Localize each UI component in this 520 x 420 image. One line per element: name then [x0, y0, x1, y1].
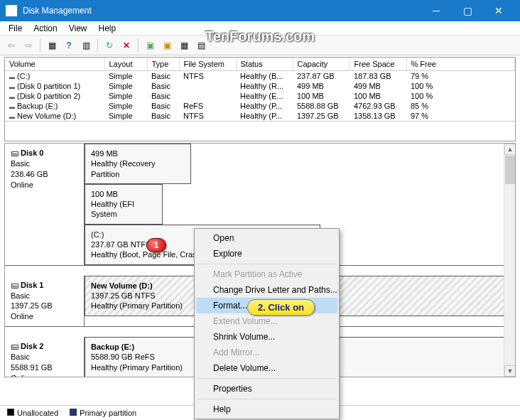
volume-type: Basic [147, 91, 179, 101]
ctx-delete[interactable]: Delete Volume... [196, 360, 337, 376]
volume-name: Backup (E:) [5, 101, 104, 111]
volume-row[interactable]: (Disk 0 partition 1)SimpleBasicHealthy (… [5, 81, 515, 91]
volume-layout: Simple [104, 91, 147, 101]
app-icon [6, 5, 17, 16]
minimize-button[interactable]: ─ [421, 0, 452, 21]
volume-name: (C:) [5, 71, 104, 82]
close-button[interactable]: ✕ [483, 0, 514, 21]
ctx-extend: Extend Volume... [196, 313, 337, 329]
volume-type: Basic [147, 71, 179, 82]
maximize-button[interactable]: ▢ [452, 0, 483, 21]
volume-row[interactable]: New Volume (D:)SimpleBasicNTFSHealthy (P… [5, 111, 515, 121]
ctx-separator [197, 378, 336, 379]
col-status[interactable]: Status [236, 58, 293, 71]
disk-label[interactable]: Disk 1Basic1397.25 GBOnline [5, 276, 85, 326]
col-volume[interactable]: Volume [5, 58, 104, 71]
ctx-separator [197, 399, 336, 399]
context-menu: Open Explore Mark Partition as Active Ch… [194, 228, 340, 419]
volume-status: Healthy (P... [236, 101, 293, 111]
volume-name: (Disk 0 partition 2) [5, 91, 104, 101]
volume-layout: Simple [104, 111, 147, 121]
primary-swatch-icon [70, 409, 77, 416]
ctx-mark-active: Mark Partition as Active [196, 266, 337, 282]
volume-name: New Volume (D:) [5, 111, 104, 121]
volume-pct: 100 % [406, 91, 515, 101]
volume-free: 4762.93 GB [350, 101, 406, 111]
volume-pct: 79 % [406, 71, 515, 82]
menu-bar: File Action View Help [0, 21, 520, 36]
toolbar-separator [40, 39, 40, 52]
volume-capacity: 499 MB [293, 81, 350, 91]
ctx-properties[interactable]: Properties [196, 381, 337, 397]
volume-capacity: 100 MB [293, 91, 350, 101]
volume-row[interactable]: (C:)SimpleBasicNTFSHealthy (B...237.87 G… [5, 71, 515, 82]
volume-type: Basic [147, 101, 179, 111]
ctx-open[interactable]: Open [196, 230, 337, 246]
volume-status: Healthy (B... [236, 71, 293, 82]
forward-icon: ⇨ [21, 38, 36, 53]
refresh-icon[interactable]: ↻ [102, 38, 117, 53]
properties-icon[interactable]: ▤ [194, 38, 208, 53]
volume-fs: NTFS [179, 111, 236, 121]
scroll-thumb[interactable] [505, 156, 515, 184]
col-capacity[interactable]: Capacity [293, 58, 350, 71]
volume-row[interactable]: (Disk 0 partition 2)SimpleBasicHealthy (… [5, 91, 515, 101]
col-type[interactable]: Type [147, 58, 179, 71]
disk-icon [11, 281, 21, 289]
ctx-shrink[interactable]: Shrink Volume... [196, 329, 337, 345]
menu-action[interactable]: Action [28, 22, 63, 35]
volume-type: Basic [147, 81, 179, 91]
vertical-scrollbar[interactable]: ▲ ▼ [504, 144, 515, 377]
annotation-step-1: 1 [146, 238, 166, 252]
volume-capacity: 1397.25 GB [293, 111, 350, 121]
action1-icon[interactable]: ▣ [143, 38, 157, 53]
col-layout[interactable]: Layout [104, 58, 147, 71]
partition-box[interactable]: 499 MBHealthy (Recovery Partition [85, 144, 191, 184]
menu-view[interactable]: View [63, 22, 93, 35]
volume-table[interactable]: Volume Layout Type File System Status Ca… [5, 58, 515, 121]
volume-row[interactable]: Backup (E:)SimpleBasicReFSHealthy (P...5… [5, 101, 515, 111]
menu-help[interactable]: Help [93, 22, 122, 35]
volume-fs: NTFS [179, 71, 236, 82]
menu-file[interactable]: File [3, 22, 28, 35]
scroll-up-icon[interactable]: ▲ [504, 144, 516, 155]
col-free[interactable]: Free Space [350, 58, 406, 71]
console-icon[interactable]: ▥ [79, 38, 93, 53]
volume-fs [179, 91, 236, 101]
col-pct[interactable]: % Free [406, 58, 515, 71]
disk-icon [11, 149, 21, 157]
ctx-explore[interactable]: Explore [196, 246, 337, 262]
unallocated-swatch-icon [7, 409, 14, 416]
view-icon[interactable]: ▦ [45, 38, 59, 53]
volume-layout: Simple [104, 101, 147, 111]
legend-primary: Primary partition [70, 409, 136, 417]
action2-icon[interactable]: ▣ [160, 38, 174, 53]
volume-layout: Simple [104, 81, 147, 91]
volume-status: Healthy (R... [236, 81, 293, 91]
col-fs[interactable]: File System [179, 58, 236, 71]
volume-pct: 100 % [406, 81, 515, 91]
ctx-change-letter[interactable]: Change Drive Letter and Paths... [196, 282, 337, 298]
volume-pct: 97 % [406, 111, 515, 121]
disk-label[interactable]: Disk 2Basic5588.91 GBOnline [5, 337, 85, 377]
volume-free: 187.83 GB [350, 71, 406, 82]
table-empty-area [5, 121, 515, 141]
partition-box[interactable]: 100 MBHealthy (EFI System [85, 184, 163, 225]
toolbar-separator [138, 39, 139, 52]
disk-icon [11, 342, 21, 350]
volume-capacity: 237.87 GB [293, 71, 350, 82]
ctx-help[interactable]: Help [196, 402, 337, 417]
volume-free: 1358.13 GB [350, 111, 406, 121]
settings-icon[interactable]: ▦ [177, 38, 191, 53]
scroll-down-icon[interactable]: ▼ [504, 365, 516, 377]
disk-label[interactable]: Disk 0Basic238.46 GBOnline [5, 144, 85, 265]
toolbar: ⇦ ⇨ ▦ ? ▥ ↻ ✕ ▣ ▣ ▦ ▤ [0, 36, 520, 55]
delete-icon[interactable]: ✕ [119, 38, 134, 53]
ctx-separator [197, 264, 336, 264]
volume-layout: Simple [104, 71, 147, 82]
help-icon[interactable]: ? [62, 38, 76, 53]
volume-fs: ReFS [179, 101, 236, 111]
volume-name: (Disk 0 partition 1) [5, 81, 104, 91]
volume-free: 100 MB [350, 91, 406, 101]
volume-status: Healthy (P... [236, 111, 293, 121]
